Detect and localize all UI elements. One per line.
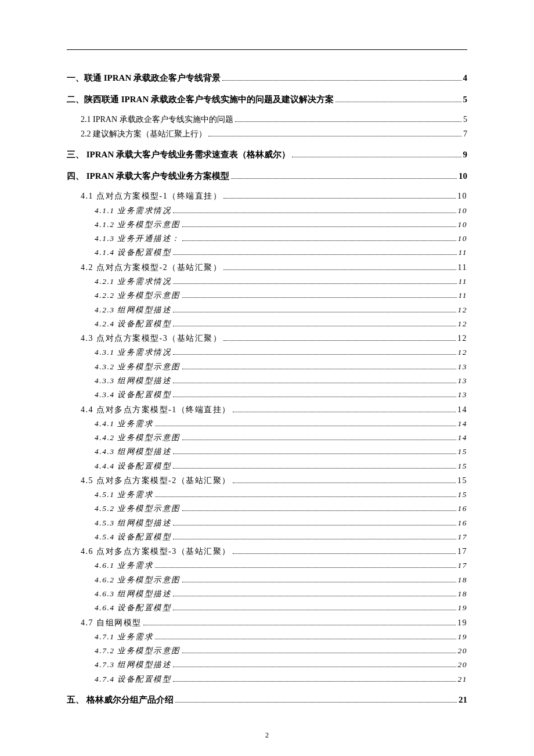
toc-entry[interactable]: 4.4.3 组网模型描述15: [95, 445, 467, 459]
toc-entry[interactable]: 五、 格林威尔分组产品介绍21: [67, 692, 467, 708]
toc-leader-dots: [335, 93, 461, 102]
toc-entry[interactable]: 2.1 IPRAN 承载政企客户专线实施中的问题5: [81, 112, 467, 127]
toc-entry[interactable]: 4.2.1 业务需求情况11: [95, 275, 467, 289]
toc-entry[interactable]: 二、陕西联通 IPRAN 承载政企客户专线实施中的问题及建议解决方案5: [67, 92, 467, 107]
toc-entry[interactable]: 4.6.2 业务模型示意图18: [95, 573, 467, 587]
toc-leader-dots: [182, 219, 456, 227]
toc-entry-page: 15: [457, 473, 467, 488]
toc-entry[interactable]: 4.1 点对点方案模型-1（终端直挂）10: [81, 189, 467, 203]
toc-entry[interactable]: 4.7 自组网模型19: [81, 615, 467, 630]
toc-entry[interactable]: 4.3.3 组网模型描述13: [95, 374, 467, 388]
toc-entry-page: 10: [458, 218, 468, 232]
toc-leader-dots: [173, 531, 456, 539]
toc-entry[interactable]: 4.4.1 业务需求14: [95, 417, 467, 431]
toc-entry-label: 4.3 点对点方案模型-3（基站汇聚）: [81, 331, 222, 345]
toc-entry[interactable]: 三、 IPRAN 承载大客户专线业务需求速查表（格林威尔）9: [67, 147, 467, 163]
toc-entry-page: 16: [458, 516, 468, 530]
toc-entry-page: 18: [458, 573, 468, 587]
toc-entry[interactable]: 4.2.3 组网模型描述12: [95, 303, 467, 317]
toc-entry[interactable]: 4.7.1 业务需求19: [95, 630, 467, 644]
toc-entry-page: 11: [459, 246, 468, 260]
document-page: 一、联通 IPRAN 承载政企客户专线背景4二、陕西联通 IPRAN 承载政企客…: [0, 0, 534, 756]
toc-entry-label: 4.1 点对点方案模型-1（终端直挂）: [81, 189, 222, 203]
toc-entry-page: 20: [458, 658, 468, 672]
toc-leader-dots: [223, 333, 456, 341]
toc-entry-label: 4.6.1 业务需求: [95, 559, 153, 573]
toc-entry-label: 4.5 点对多点方案模型-2（基站汇聚）: [81, 473, 231, 488]
toc-entry[interactable]: 一、联通 IPRAN 承载政企客户专线背景4: [67, 70, 467, 86]
toc-entry-page: 4: [463, 70, 468, 86]
toc-entry-label: 4.3.3 组网模型描述: [95, 374, 171, 388]
toc-entry-label: 4.1.2 业务模型示意图: [95, 218, 181, 232]
toc-entry-label: 五、 格林威尔分组产品介绍: [67, 692, 174, 708]
toc-entry-label: 4.5.2 业务模型示意图: [95, 502, 181, 516]
toc-leader-dots: [182, 503, 456, 512]
toc-entry[interactable]: 2.2 建议解决方案（基站汇聚上行）7: [81, 127, 467, 141]
toc-entry-label: 4.6.3 组网模型描述: [95, 587, 171, 601]
toc-leader-dots: [233, 546, 456, 554]
toc-leader-dots: [223, 262, 456, 270]
toc-entry[interactable]: 4.3.4 设备配置模型13: [95, 388, 467, 402]
toc-entry[interactable]: 4.3 点对点方案模型-3（基站汇聚）12: [81, 331, 467, 345]
toc-entry[interactable]: 4.4.2 业务模型示意图14: [95, 431, 467, 445]
toc-entry-page: 17: [458, 530, 468, 544]
toc-entry-label: 4.7.4 设备配置模型: [95, 672, 171, 686]
toc-entry[interactable]: 4.2.4 设备配置模型12: [95, 317, 467, 331]
toc-entry[interactable]: 4.5.3 组网模型描述16: [95, 516, 467, 530]
toc-entry-label: 4.4.4 设备配置模型: [95, 459, 171, 473]
toc-entry[interactable]: 4.4.4 设备配置模型15: [95, 459, 467, 473]
toc-leader-dots: [143, 617, 456, 625]
header-rule: [67, 49, 467, 50]
toc-entry-page: 20: [458, 644, 468, 658]
toc-entry[interactable]: 4.7.2 业务模型示意图20: [95, 644, 467, 658]
toc-leader-dots: [173, 460, 456, 469]
toc-entry-label: 2.1 IPRAN 承载政企客户专线实施中的问题: [81, 112, 233, 127]
toc-entry-label: 4.6.2 业务模型示意图: [95, 573, 181, 587]
toc-entry[interactable]: 4.6 点对多点方案模型-3（基站汇聚）17: [81, 544, 467, 559]
toc-entry[interactable]: 4.1.2 业务模型示意图10: [95, 218, 467, 232]
toc-entry-page: 18: [458, 587, 468, 601]
toc-entry-page: 12: [458, 345, 468, 359]
toc-entry-label: 4.2.1 业务需求情况: [95, 275, 171, 289]
toc-entry-page: 13: [458, 388, 468, 402]
toc-leader-dots: [235, 114, 461, 122]
table-of-contents: 一、联通 IPRAN 承载政企客户专线背景4二、陕西联通 IPRAN 承载政企客…: [67, 70, 467, 708]
toc-leader-dots: [173, 674, 456, 682]
toc-entry[interactable]: 四、 IPRAN 承载大客户专线业务方案模型10: [67, 168, 467, 184]
toc-entry[interactable]: 4.5.2 业务模型示意图16: [95, 502, 467, 516]
toc-entry[interactable]: 4.1.4 设备配置模型11: [95, 246, 467, 260]
toc-entry-page: 10: [458, 232, 468, 246]
toc-entry[interactable]: 4.2.2 业务模型示意图11: [95, 289, 467, 303]
toc-entry[interactable]: 4.7.4 设备配置模型21: [95, 672, 467, 686]
toc-entry-label: 4.3.1 业务需求情况: [95, 345, 171, 359]
toc-entry[interactable]: 4.5 点对多点方案模型-2（基站汇聚）15: [81, 473, 467, 488]
toc-entry-label: 4.3.4 设备配置模型: [95, 388, 171, 402]
toc-entry[interactable]: 4.1.1 业务需求情况10: [95, 204, 467, 218]
toc-entry-label: 4.6 点对多点方案模型-3（基站汇聚）: [81, 544, 231, 559]
toc-entry-page: 5: [463, 112, 467, 127]
toc-entry[interactable]: 4.2 点对点方案模型-2（基站汇聚）11: [81, 260, 467, 275]
toc-entry-label: 4.7 自组网模型: [81, 615, 142, 630]
toc-entry-label: 4.4.2 业务模型示意图: [95, 431, 181, 445]
toc-entry-page: 12: [458, 303, 468, 317]
toc-entry-page: 7: [463, 127, 467, 141]
toc-leader-dots: [155, 631, 456, 639]
toc-leader-dots: [173, 660, 456, 668]
toc-entry-page: 10: [458, 204, 468, 218]
toc-entry[interactable]: 4.3.1 业务需求情况12: [95, 345, 467, 359]
toc-leader-dots: [233, 404, 456, 412]
toc-entry[interactable]: 4.1.3 业务开通描述：10: [95, 232, 467, 246]
toc-entry[interactable]: 4.6.3 组网模型描述18: [95, 587, 467, 601]
toc-leader-dots: [173, 347, 456, 355]
toc-entry[interactable]: 4.3.2 业务模型示意图13: [95, 360, 467, 374]
toc-entry[interactable]: 4.6.1 业务需求17: [95, 559, 467, 573]
toc-entry[interactable]: 4.5.1 业务需求15: [95, 488, 467, 502]
toc-leader-dots: [173, 375, 456, 383]
toc-entry[interactable]: 4.5.4 设备配置模型17: [95, 530, 467, 544]
toc-leader-dots: [173, 318, 456, 326]
toc-entry[interactable]: 4.7.3 组网模型描述20: [95, 658, 467, 672]
toc-entry-page: 11: [459, 275, 468, 289]
toc-entry-label: 4.1.3 业务开通描述：: [95, 232, 181, 246]
toc-entry[interactable]: 4.6.4 设备配置模型19: [95, 601, 467, 615]
toc-entry[interactable]: 4.4 点对多点方案模型-1（终端直挂）14: [81, 402, 467, 417]
